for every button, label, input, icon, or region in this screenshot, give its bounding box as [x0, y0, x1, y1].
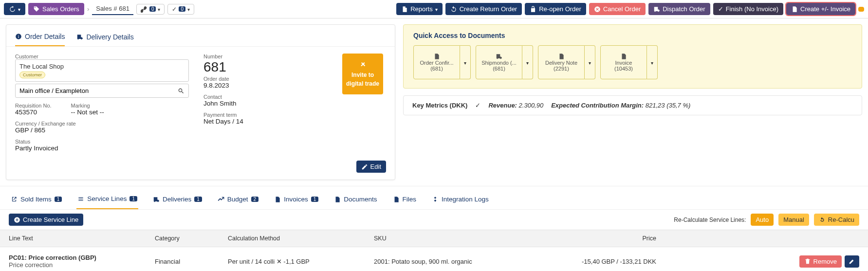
clock-rewind-icon	[9, 6, 16, 13]
cancel-icon	[594, 6, 601, 13]
recalc-label: Re-Calculate Service Lines:	[674, 217, 746, 223]
edit-line-button[interactable]	[845, 255, 859, 268]
breadcrumb-current[interactable]: Sales # 681	[92, 3, 133, 15]
create-invoice-button[interactable]: Create +/- Invoice	[786, 3, 855, 15]
document-icon	[401, 6, 408, 13]
status-value: Partly Invoiced	[15, 145, 189, 152]
history-button[interactable]	[4, 3, 25, 15]
orderdate-label: Order date	[203, 76, 328, 82]
truck-icon	[153, 196, 160, 203]
cancel-order-button[interactable]: Cancel Order	[589, 3, 646, 15]
link-icon	[141, 6, 148, 13]
overflow-button[interactable]	[858, 7, 864, 12]
metrics-bar: Key Metrics (DKK) Revenue: 2.300,90 Expe…	[403, 95, 862, 115]
location-search[interactable]	[15, 84, 189, 98]
caret-down-icon	[651, 59, 653, 66]
line-sku: 2001: Potato soup, 900 ml. organic	[374, 258, 544, 265]
create-return-button[interactable]: Create Return Order	[445, 3, 522, 15]
sales-orders-label: Sales Orders	[42, 5, 79, 13]
metrics-title: Key Metrics (DKK)	[412, 102, 467, 109]
dispatch-button[interactable]: Dispatch Order	[648, 3, 710, 15]
tag-icon	[33, 6, 40, 13]
payment-value: Net Days / 14	[203, 118, 328, 125]
service-lines-actions: Create Service Line Re-Calculate Service…	[0, 210, 868, 230]
col-sku: SKU	[374, 235, 544, 242]
lower-tabs: Sold Items1 Service Lines1 Deliveries1 B…	[0, 186, 868, 210]
list-icon	[77, 196, 84, 202]
edit-button[interactable]: Edit	[356, 161, 386, 173]
finish-button[interactable]: Finish (No Invoice)	[713, 3, 783, 15]
caret-down-icon	[187, 6, 190, 13]
col-line-text: Line Text	[9, 235, 155, 242]
qa-card-order-confirmation[interactable]: Order Confir... (681)	[413, 45, 460, 79]
qa-caret[interactable]	[585, 45, 595, 79]
tab-sold-items[interactable]: Sold Items1	[10, 191, 63, 209]
contact-label: Contact	[203, 94, 328, 100]
main-area: Order Details Delivery Details Customer …	[0, 18, 868, 186]
document-icon	[791, 6, 798, 13]
qa-caret[interactable]	[522, 45, 533, 79]
document-icon	[334, 196, 341, 203]
col-price: Price	[544, 235, 656, 242]
qa-card-delivery-note[interactable]: Delivery Note (2291)	[538, 45, 585, 79]
location-input[interactable]	[19, 87, 178, 94]
tab-deliveries[interactable]: Deliveries1	[152, 191, 203, 209]
document-icon	[620, 53, 627, 60]
sales-orders-button[interactable]: Sales Orders	[28, 3, 84, 15]
caret-down-icon	[158, 6, 160, 13]
reopen-button[interactable]: Re-open Order	[525, 3, 586, 15]
check-icon	[172, 6, 177, 13]
recalc-auto-button[interactable]: Auto	[751, 214, 774, 226]
recalculate-button[interactable]: Re-Calcu	[814, 214, 859, 226]
caret-down-icon	[18, 5, 20, 13]
qa-caret[interactable]	[647, 45, 658, 79]
plus-circle-icon	[14, 217, 20, 223]
tab-documents[interactable]: Documents	[333, 191, 378, 209]
top-toolbar: Sales Orders › Sales # 681 0 0 Reports C…	[0, 0, 868, 18]
breadcrumb-sep: ›	[87, 5, 89, 13]
remove-button[interactable]: Remove	[799, 255, 842, 268]
customer-box[interactable]: The Local Shop Customer	[15, 59, 189, 82]
qa-card-invoice[interactable]: Invoice (10453)	[600, 45, 647, 79]
tab-budget[interactable]: Budget2	[217, 191, 259, 209]
create-service-line-button[interactable]: Create Service Line	[9, 214, 83, 226]
document-icon	[433, 53, 440, 60]
document-icon	[274, 196, 281, 203]
check-icon	[718, 5, 723, 13]
customer-label: Customer	[15, 54, 189, 59]
currency-value: GBP / 865	[15, 126, 189, 134]
caret-down-icon	[464, 59, 466, 66]
tab-files[interactable]: Files	[392, 191, 418, 209]
pencil-icon	[361, 163, 368, 170]
tab-integration-logs[interactable]: Integration Logs	[431, 191, 490, 209]
margin-label: Expected Contribution Margin:	[551, 102, 644, 109]
tab-order-details[interactable]: Order Details	[15, 30, 65, 46]
number-value: 681	[203, 59, 328, 75]
qa-card-shipmondo[interactable]: Shipmondo (... (681)	[476, 45, 522, 79]
quick-access-title: Quick Access to Documents	[413, 32, 852, 39]
caret-down-icon	[589, 59, 591, 66]
recalc-manual-button[interactable]: Manual	[778, 214, 809, 226]
link-count-pill[interactable]: 0	[136, 4, 165, 15]
line-sub: Price correction	[9, 261, 155, 269]
marking-value: -- Not set --	[71, 108, 104, 116]
tab-invoices[interactable]: Invoices1	[273, 191, 319, 209]
reports-button[interactable]: Reports	[396, 3, 443, 15]
number-label: Number	[203, 54, 328, 59]
caret-down-icon	[435, 5, 438, 13]
info-icon	[15, 33, 22, 40]
qa-caret[interactable]	[460, 45, 471, 79]
check-count-pill[interactable]: 0	[167, 4, 194, 15]
line-price: -15,40 GBP / -133,21 DKK	[544, 258, 656, 265]
req-value: 453570	[15, 108, 52, 116]
arrow-out-icon	[11, 196, 18, 203]
tab-delivery-details[interactable]: Delivery Details	[76, 30, 133, 46]
line-calc: Per unit / 14 colli ✕ -1,1 GBP	[228, 258, 374, 265]
contact-value: John Smith	[203, 100, 328, 107]
tab-service-lines[interactable]: Service Lines1	[76, 191, 138, 209]
customer-badge: Customer	[19, 72, 45, 78]
col-calc: Calculation Method	[228, 235, 374, 242]
invite-button[interactable]: Invite to digital trade	[342, 54, 383, 94]
col-category: Category	[155, 235, 228, 242]
customer-name: The Local Shop	[19, 63, 185, 70]
